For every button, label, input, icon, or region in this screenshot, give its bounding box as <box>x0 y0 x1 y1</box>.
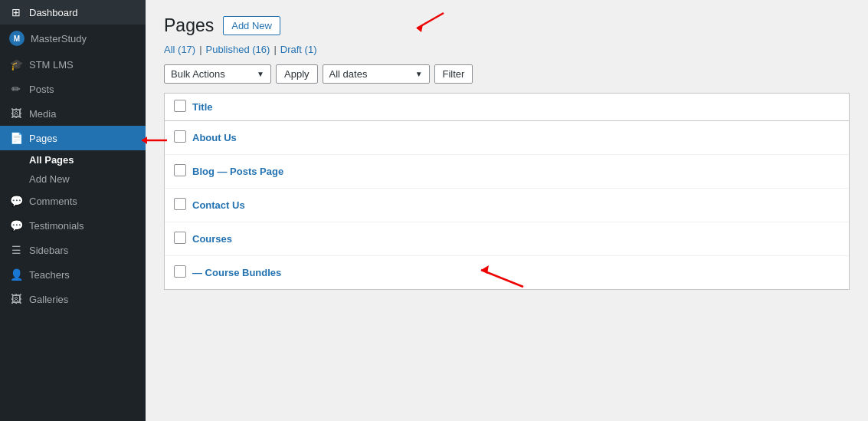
row-checkbox-4[interactable] <box>174 232 186 244</box>
main-content: Pages Add New All (17) | Published (16) … <box>146 0 868 421</box>
testimonials-icon: 💬 <box>9 219 23 232</box>
sidebar-item-media-label: Media <box>29 108 56 120</box>
page-title-courses[interactable]: Courses <box>192 233 232 245</box>
row-check-1 <box>174 130 192 145</box>
row-check-3 <box>174 198 192 212</box>
toolbar: Bulk Actions ▼ Apply All dates ▼ Filter <box>164 64 850 84</box>
row-checkbox-5[interactable] <box>174 265 186 278</box>
filter-published[interactable]: Published (16) <box>206 44 270 55</box>
sidebar-item-comments-label: Comments <box>29 196 77 207</box>
sidebar-item-posts[interactable]: ✏ Posts <box>0 77 146 101</box>
sidebar-item-testimonials[interactable]: 💬 Testimonials <box>0 213 146 238</box>
sidebar-item-teachers[interactable]: 👤 Teachers <box>0 262 146 287</box>
stm-lms-icon: 🎓 <box>9 58 23 71</box>
sidebar-item-sidebars-label: Sidebars <box>29 245 68 256</box>
page-title: Pages <box>164 15 214 36</box>
dashboard-icon: ⊞ <box>9 6 23 18</box>
sidebars-icon: ☰ <box>9 244 23 256</box>
pages-icon: 📄 <box>9 132 23 144</box>
submenu-all-pages-label: All Pages <box>29 154 74 166</box>
media-icon: 🖼 <box>9 107 23 120</box>
table-row: Contact Us <box>165 189 849 222</box>
sidebar-item-masterstudy[interactable]: M MasterStudy <box>0 25 146 52</box>
submenu-add-new[interactable]: Add New <box>0 169 146 189</box>
page-title-about-us[interactable]: About Us <box>192 132 237 143</box>
row-check-5 <box>174 265 192 280</box>
table-header-check <box>174 100 192 114</box>
page-title-course-bundles[interactable]: — Course Bundles <box>192 267 281 278</box>
row-check-2 <box>174 164 192 179</box>
posts-icon: ✏ <box>9 83 23 95</box>
sidebar-item-teachers-label: Teachers <box>29 269 70 281</box>
sidebar-item-dashboard[interactable]: ⊞ Dashboard <box>0 0 146 25</box>
sidebar-item-dashboard-label: Dashboard <box>29 7 78 18</box>
page-title-blog[interactable]: Blog — Posts Page <box>192 166 283 177</box>
table-row: About Us <box>165 121 849 155</box>
table-row: Courses <box>165 222 849 256</box>
row-checkbox-1[interactable] <box>174 130 186 143</box>
row-checkbox-3[interactable] <box>174 198 186 210</box>
page-header: Pages Add New <box>164 15 850 36</box>
table-row: — Course Bundles <box>165 256 849 289</box>
pages-table: Title About Us Blog — Posts Page Contact… <box>164 93 850 290</box>
table-header-title[interactable]: Title <box>192 101 213 113</box>
sidebar-item-stm-lms[interactable]: 🎓 STM LMS <box>0 52 146 77</box>
teachers-icon: 👤 <box>9 268 23 281</box>
sidebar-item-media[interactable]: 🖼 Media <box>0 101 146 126</box>
filter-button[interactable]: Filter <box>434 64 473 84</box>
svg-line-2 <box>417 13 444 28</box>
row-checkbox-2[interactable] <box>174 164 186 176</box>
table-row: Blog — Posts Page <box>165 155 849 189</box>
all-dates-label: All dates <box>329 68 368 80</box>
submenu-all-pages[interactable]: All Pages <box>0 150 146 169</box>
apply-button[interactable]: Apply <box>276 64 318 84</box>
select-all-checkbox[interactable] <box>174 100 186 112</box>
page-title-contact-us[interactable]: Contact Us <box>192 199 245 211</box>
bulk-actions-dropdown[interactable]: Bulk Actions ▼ <box>164 64 271 84</box>
all-dates-dropdown[interactable]: All dates ▼ <box>323 64 430 84</box>
sidebar-item-comments[interactable]: 💬 Comments <box>0 189 146 213</box>
svg-marker-3 <box>417 25 423 32</box>
arrow-add-new <box>401 9 447 36</box>
bulk-actions-label: Bulk Actions <box>171 68 225 80</box>
sidebar: ⊞ Dashboard M MasterStudy 🎓 STM LMS ✏ Po… <box>0 0 146 421</box>
sidebar-item-stm-lms-label: STM LMS <box>29 59 74 71</box>
sidebar-pages-submenu: All Pages Add New <box>0 150 146 189</box>
sidebar-item-testimonials-label: Testimonials <box>29 220 84 232</box>
sidebar-item-posts-label: Posts <box>29 84 54 95</box>
sidebar-item-pages[interactable]: 📄 Pages <box>0 126 146 150</box>
svg-line-4 <box>481 270 523 287</box>
sidebar-item-masterstudy-label: MasterStudy <box>31 33 87 44</box>
svg-marker-5 <box>481 265 489 274</box>
filter-draft[interactable]: Draft (1) <box>280 44 317 55</box>
galleries-icon: 🖼 <box>9 293 23 305</box>
sidebar-item-galleries-label: Galleries <box>29 294 68 305</box>
submenu-add-new-label: Add New <box>29 173 70 185</box>
sidebar-item-galleries[interactable]: 🖼 Galleries <box>0 287 146 311</box>
masterstudy-logo-icon: M <box>9 31 25 46</box>
table-header-row: Title <box>165 94 849 121</box>
filter-all[interactable]: All (17) <box>164 44 195 55</box>
bulk-actions-chevron-icon: ▼ <box>257 70 264 78</box>
row-check-4 <box>174 232 192 246</box>
sidebar-item-pages-label: Pages <box>29 133 57 144</box>
sidebar-item-sidebars[interactable]: ☰ Sidebars <box>0 238 146 262</box>
filter-links: All (17) | Published (16) | Draft (1) <box>164 44 850 55</box>
add-new-button[interactable]: Add New <box>223 16 280 35</box>
comments-icon: 💬 <box>9 195 23 207</box>
all-dates-chevron-icon: ▼ <box>415 70 423 78</box>
